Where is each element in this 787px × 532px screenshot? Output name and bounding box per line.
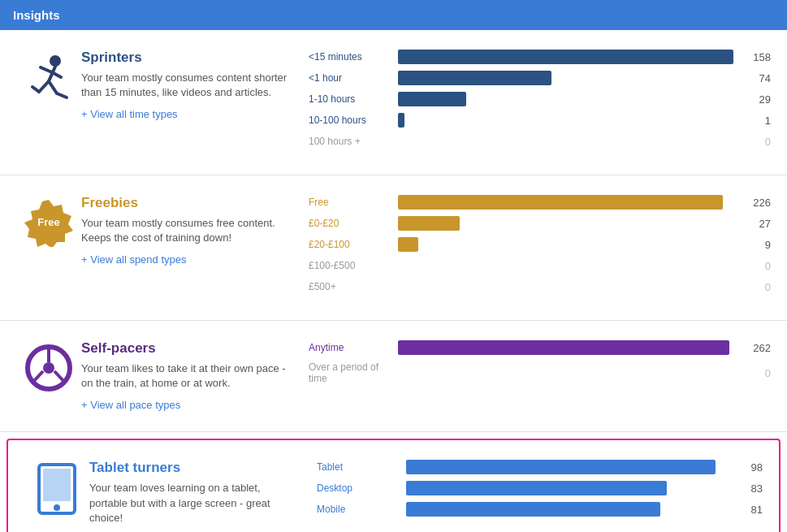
- svg-rect-16: [43, 469, 71, 501]
- header-title: Insights: [13, 8, 60, 22]
- self-pacers-icon-area: [16, 340, 81, 392]
- bar-track: [398, 365, 740, 380]
- app-container: Insights SprintersYour team mostly consu…: [0, 0, 787, 532]
- bar-value: 0: [746, 260, 771, 272]
- freebies-title: Freebies: [81, 195, 292, 211]
- sprinters-description: Your team mostly consumes content shorte…: [81, 71, 292, 100]
- bar-track: [398, 258, 740, 273]
- bar-fill: [398, 237, 418, 252]
- bar-row: Over a period of time0: [309, 361, 771, 384]
- self-pacers-link[interactable]: + View all pace types: [81, 399, 180, 411]
- bar-value: 226: [746, 197, 771, 209]
- freebies-info: FreebiesYour team mostly consumes free c…: [81, 195, 309, 266]
- bar-value: 0: [746, 136, 771, 148]
- bar-row: £20-£1009: [309, 237, 771, 252]
- bar-label: £0-£20: [309, 218, 398, 229]
- bar-track: [398, 113, 740, 128]
- bar-label: <1 hour: [309, 72, 398, 84]
- svg-line-13: [32, 371, 43, 383]
- bar-value: 83: [738, 482, 763, 495]
- free-badge-icon: Free: [24, 198, 73, 247]
- bar-row: 10-100 hours1: [309, 113, 771, 128]
- bar-fill: [406, 460, 716, 474]
- steering-wheel-icon: [24, 344, 73, 392]
- bar-track: [398, 279, 740, 294]
- bar-value: 29: [746, 93, 771, 106]
- svg-line-2: [41, 67, 52, 72]
- runner-icon: [24, 53, 73, 106]
- sprinters-link[interactable]: + View all time types: [81, 108, 178, 120]
- freebies-bars: Free226£0-£2027£20-£1009£100-£5000£500+0: [309, 195, 771, 301]
- bar-track: [398, 71, 740, 85]
- bar-label: £20-£100: [309, 239, 398, 250]
- svg-point-0: [50, 55, 61, 67]
- svg-line-7: [57, 93, 67, 97]
- bar-label: Desktop: [317, 482, 406, 494]
- bar-row: Mobile81: [317, 502, 763, 517]
- bar-label: 10-100 hours: [309, 115, 398, 126]
- self-pacers-description: Your team likes to take it at their own …: [81, 361, 292, 391]
- bar-label: Tablet: [317, 461, 406, 473]
- svg-point-17: [54, 504, 60, 511]
- bar-value: 1: [746, 115, 771, 127]
- self-pacers-bars: Anytime262Over a period of time0: [309, 340, 771, 391]
- bar-track: [398, 195, 740, 210]
- bar-fill: [398, 340, 729, 355]
- svg-line-5: [32, 87, 39, 92]
- bar-row: <1 hour74: [309, 71, 771, 85]
- tablet-turners-bars: Tablet98Desktop83Mobile81: [317, 460, 763, 523]
- freebies-description: Your team mostly consumes free content. …: [81, 216, 292, 245]
- bar-label: £100-£500: [309, 260, 398, 271]
- bar-value: 262: [746, 342, 771, 354]
- freebies-icon-area: Free: [16, 195, 81, 247]
- bar-value: 98: [738, 461, 763, 474]
- bar-track: [398, 50, 740, 64]
- svg-line-14: [54, 371, 65, 383]
- sprinters-icon-area: [16, 50, 81, 106]
- bar-label: Over a period of time: [309, 361, 398, 384]
- content-area: SprintersYour team mostly consumes conte…: [0, 30, 787, 532]
- bar-row: Anytime262: [309, 340, 771, 355]
- bar-label: Free: [309, 197, 398, 208]
- bar-value: 158: [746, 51, 771, 63]
- bar-label: Anytime: [309, 342, 398, 353]
- bar-row: 100 hours +0: [309, 134, 771, 149]
- bar-value: 27: [746, 218, 771, 230]
- insight-row-self-pacers: Self-pacersYour team likes to take it at…: [0, 321, 787, 432]
- svg-point-11: [43, 362, 54, 374]
- bar-fill: [406, 481, 667, 495]
- bar-fill: [398, 50, 733, 64]
- sprinters-bars: <15 minutes158<1 hour741-10 hours2910-10…: [309, 50, 771, 155]
- bar-label: 100 hours +: [309, 136, 398, 147]
- bar-fill: [398, 113, 404, 128]
- bar-track: [406, 481, 732, 495]
- tablet-icon: [37, 463, 77, 516]
- bar-row: £0-£2027: [309, 216, 771, 231]
- bar-fill: [398, 195, 723, 210]
- insight-row-freebies: Free FreebiesYour team mostly consumes f…: [0, 175, 787, 321]
- bar-row: Tablet98: [317, 460, 763, 474]
- bar-label: Mobile: [317, 504, 406, 515]
- freebies-link[interactable]: + View all spend types: [81, 253, 186, 266]
- insight-row-sprinters: SprintersYour team mostly consumes conte…: [0, 30, 787, 175]
- bar-row: 1-10 hours29: [309, 92, 771, 106]
- svg-line-4: [39, 81, 49, 92]
- bar-track: [406, 502, 732, 517]
- bar-label: 1-10 hours: [309, 93, 398, 105]
- bar-track: [398, 237, 740, 252]
- bar-value: 9: [746, 239, 771, 251]
- tablet-turners-title: Tablet turners: [89, 460, 301, 476]
- bar-row: £500+0: [309, 279, 771, 294]
- insight-row-tablet-turners: Tablet turnersYour team loves learning o…: [6, 439, 781, 532]
- bar-fill: [406, 502, 660, 517]
- tablet-turners-info: Tablet turnersYour team loves learning o…: [89, 460, 317, 532]
- bar-value: 74: [746, 72, 771, 84]
- bar-track: [398, 92, 740, 106]
- bar-value: 0: [746, 281, 771, 293]
- bar-fill: [398, 71, 551, 85]
- bar-track: [398, 216, 740, 231]
- bar-track: [398, 340, 740, 355]
- bar-row: £100-£5000: [309, 258, 771, 273]
- self-pacers-info: Self-pacersYour team likes to take it at…: [81, 340, 309, 412]
- tablet-turners-description: Your team loves learning on a tablet, po…: [89, 481, 301, 526]
